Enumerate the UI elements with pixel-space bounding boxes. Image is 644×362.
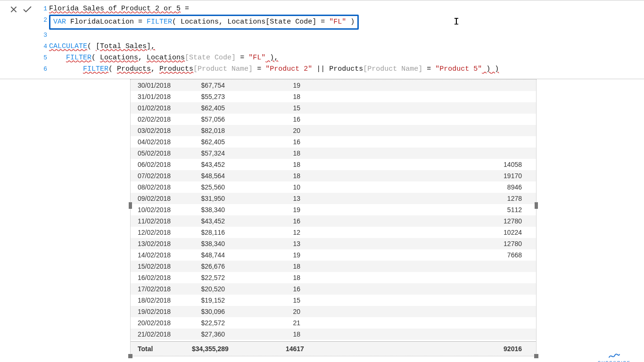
cell-amount: $27,360 <box>187 329 244 340</box>
cell-col4: 8946 <box>310 181 536 193</box>
cell-date: 09/02/2018 <box>131 193 187 204</box>
cell-col3: 10 <box>244 181 310 193</box>
cell-col3: 13 <box>244 193 310 204</box>
cell-col4 <box>310 317 536 329</box>
cell-amount: $26,676 <box>187 261 244 272</box>
cell-col4 <box>310 283 536 295</box>
table-row[interactable]: 16/02/2018$22,57218 <box>131 272 536 283</box>
cell-amount: $28,116 <box>187 227 244 238</box>
cell-amount: $31,950 <box>187 193 244 204</box>
table-row[interactable]: 05/02/2018$57,32418 <box>131 148 536 159</box>
cell-date: 07/02/2018 <box>131 170 187 181</box>
resize-handle-left[interactable] <box>129 202 132 209</box>
cell-col4 <box>310 91 536 102</box>
table-row[interactable]: 20/02/2018$22,57221 <box>131 317 536 329</box>
cell-date: 21/02/2018 <box>131 329 187 340</box>
cell-date: 08/02/2018 <box>131 181 187 193</box>
cell-col4: 19170 <box>310 170 536 181</box>
resize-handle-bottom-left[interactable] <box>128 354 132 358</box>
table-row[interactable]: 21/02/2018$27,36018 <box>131 329 536 340</box>
subscribe-watermark: SUBSCRIBE <box>598 352 631 362</box>
cell-col4 <box>310 272 536 283</box>
cell-date: 31/01/2018 <box>131 91 187 102</box>
resize-handle-right[interactable] <box>535 202 538 209</box>
cell-col3: 20 <box>244 306 310 317</box>
cell-col3: 16 <box>244 283 310 295</box>
cell-date: 19/02/2018 <box>131 306 187 317</box>
cell-date: 20/02/2018 <box>131 317 187 329</box>
table-row[interactable]: 03/02/2018$82,01820 <box>131 125 536 136</box>
resize-handle-bottom-right[interactable] <box>534 354 538 358</box>
table-row[interactable]: 30/01/2018$67,75419 <box>131 80 536 91</box>
cell-col3: 16 <box>244 114 310 125</box>
cell-col3: 15 <box>244 102 310 114</box>
cell-col4 <box>310 295 536 306</box>
line-number: 6 <box>41 64 49 75</box>
cell-amount: $43,452 <box>187 159 244 170</box>
table-row[interactable]: 10/02/2018$38,340195112 <box>131 204 536 215</box>
cell-amount: $48,744 <box>187 249 244 261</box>
cell-col4: 12780 <box>310 215 536 227</box>
dax-editor[interactable]: I 1 Florida Sales of Product 2 or 5 = 2 … <box>41 0 644 79</box>
data-grid-total-row: Total $34,355,289 14617 92016 <box>131 341 536 356</box>
cell-col3: 21 <box>244 317 310 329</box>
cell-col4 <box>310 102 536 114</box>
cell-amount: $62,405 <box>187 102 244 114</box>
table-row[interactable]: 15/02/2018$26,67618 <box>131 261 536 272</box>
cell-date: 11/02/2018 <box>131 215 187 227</box>
cell-col4: 10224 <box>310 227 536 238</box>
cell-date: 16/02/2018 <box>131 272 187 283</box>
cell-col3: 16 <box>244 136 310 148</box>
table-row[interactable]: 04/02/2018$62,40516 <box>131 136 536 148</box>
table-row[interactable]: 08/02/2018$25,560108946 <box>131 181 536 193</box>
cell-col4: 12780 <box>310 238 536 249</box>
table-row[interactable]: 31/01/2018$55,27318 <box>131 91 536 102</box>
table-visual[interactable]: 30/01/2018$67,7541931/01/2018$55,2731801… <box>130 79 537 356</box>
commit-button[interactable] <box>23 5 32 15</box>
cell-col3: 13 <box>244 238 310 249</box>
cell-amount: $19,152 <box>187 295 244 306</box>
cell-col3: 19 <box>244 204 310 215</box>
cell-amount: $22,572 <box>187 272 244 283</box>
cell-date: 05/02/2018 <box>131 148 187 159</box>
cell-date: 13/02/2018 <box>131 238 187 249</box>
cell-amount: $57,056 <box>187 114 244 125</box>
total-col4: 92016 <box>314 342 536 356</box>
table-row[interactable]: 17/02/2018$20,52016 <box>131 283 536 295</box>
data-grid: 30/01/2018$67,7541931/01/2018$55,2731801… <box>131 80 536 356</box>
cell-col4: 5112 <box>310 204 536 215</box>
cell-date: 12/02/2018 <box>131 227 187 238</box>
cell-col4 <box>310 329 536 340</box>
table-row[interactable]: 11/02/2018$43,4521612780 <box>131 215 536 227</box>
table-row[interactable]: 07/02/2018$48,5641819170 <box>131 170 536 181</box>
table-row[interactable]: 09/02/2018$31,950131278 <box>131 193 536 204</box>
report-canvas[interactable]: 30/01/2018$67,7541931/01/2018$55,2731801… <box>0 79 644 362</box>
cell-amount: $38,340 <box>187 238 244 249</box>
data-grid-body[interactable]: 30/01/2018$67,7541931/01/2018$55,2731801… <box>131 80 536 341</box>
cell-amount: $20,520 <box>187 283 244 295</box>
table-row[interactable]: 18/02/2018$19,15215 <box>131 295 536 306</box>
cell-col3: 19 <box>244 80 310 91</box>
cell-col3: 18 <box>244 159 310 170</box>
table-row[interactable]: 19/02/2018$30,09620 <box>131 306 536 317</box>
table-row[interactable]: 02/02/2018$57,05616 <box>131 114 536 125</box>
cell-col4 <box>310 125 536 136</box>
cell-amount: $55,273 <box>187 91 244 102</box>
cell-col3: 20 <box>244 125 310 136</box>
cell-col3: 18 <box>244 272 310 283</box>
table-row[interactable]: 13/02/2018$38,3401312780 <box>131 238 536 249</box>
table-row[interactable]: 14/02/2018$48,744197668 <box>131 249 536 261</box>
cell-amount: $57,324 <box>187 148 244 159</box>
cell-date: 02/02/2018 <box>131 114 187 125</box>
line-number: 5 <box>41 52 49 64</box>
table-row[interactable]: 06/02/2018$43,4521814058 <box>131 159 536 170</box>
table-row[interactable]: 01/02/2018$62,40515 <box>131 102 536 114</box>
cell-date: 30/01/2018 <box>131 80 187 91</box>
cell-col4 <box>310 114 536 125</box>
cell-date: 01/02/2018 <box>131 102 187 114</box>
cell-col4 <box>310 306 536 317</box>
table-row[interactable]: 12/02/2018$28,1161210224 <box>131 227 536 238</box>
cell-col3: 16 <box>244 215 310 227</box>
cancel-button[interactable] <box>9 5 18 15</box>
cell-date: 10/02/2018 <box>131 204 187 215</box>
